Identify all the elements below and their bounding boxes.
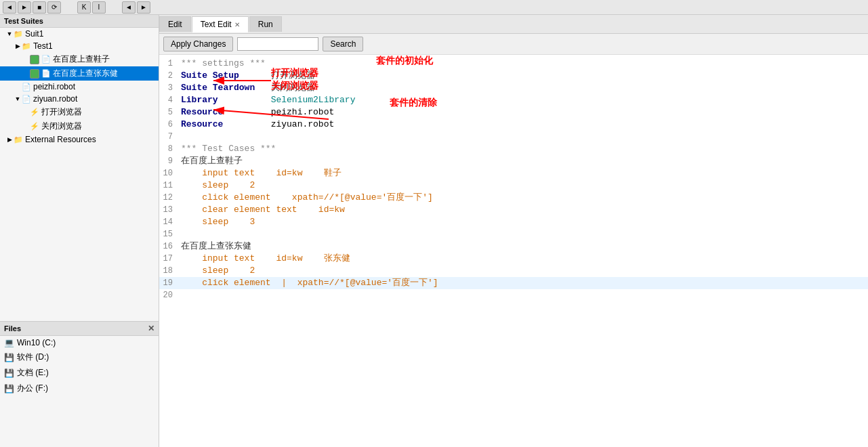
tree-item-test1[interactable]: ▶ 📁 Test1 xyxy=(0,40,159,52)
code-line-6: 6 Resource ziyuan.robot xyxy=(159,119,868,131)
line-content-8: *** Test Cases *** xyxy=(178,143,868,155)
line-num-14: 14 xyxy=(159,216,178,228)
right-panel: Edit Text Edit ✕ Run Apply Changes Searc… xyxy=(159,15,868,447)
line-content-9: 在百度上查鞋子 xyxy=(178,155,868,167)
line-content-16: 在百度上查张东健 xyxy=(178,240,868,253)
line-num-20: 20 xyxy=(159,289,178,301)
tree-label-close-browser: 关闭浏览器 xyxy=(41,121,82,132)
toolbar-btn-2[interactable]: ► xyxy=(18,1,31,14)
drive-icon-e: 💾 xyxy=(4,368,14,378)
file-icon: ⚡ xyxy=(30,108,39,116)
line-num-17: 17 xyxy=(159,253,178,265)
line-num-19: 19 xyxy=(159,277,178,289)
code-line-8: 8 *** Test Cases *** xyxy=(159,143,868,155)
file-item-d[interactable]: 💾 软件 (D:) xyxy=(0,349,159,365)
tree-item-baidu2[interactable]: 📄 在百度上查张东健 xyxy=(0,66,159,81)
file-item-c[interactable]: 💻 Win10 (C:) xyxy=(0,336,159,349)
line-num-2: 2 xyxy=(159,70,178,82)
line-content-10: input text id=kw 鞋子 xyxy=(178,167,868,179)
line-num-12: 12 xyxy=(159,192,178,204)
tree-label-test1: Test1 xyxy=(33,41,53,51)
toolbar-btn-1[interactable]: ◄ xyxy=(3,1,16,14)
line-num-3: 3 xyxy=(159,82,178,94)
code-line-19: 19 click element | xpath=//*[@value='百度一… xyxy=(159,277,868,289)
expand-arrow: ▼ xyxy=(5,30,14,37)
code-line-14: 14 sleep 3 xyxy=(159,216,868,228)
tree-label-baidu2: 在百度上查张东健 xyxy=(53,68,118,79)
code-line-11: 11 sleep 2 xyxy=(159,179,868,192)
tab-text-edit-label: Text Edit xyxy=(201,20,232,29)
drive-label-e: 文档 (E:) xyxy=(17,367,49,379)
tab-text-edit[interactable]: Text Edit ✕ xyxy=(192,16,249,33)
line-num-4: 4 xyxy=(159,94,178,106)
line-content-19: click element | xpath=//*[@value='百度一下'] xyxy=(178,277,868,289)
line-num-15: 15 xyxy=(159,228,178,240)
code-line-4: 4 Library Selenium2Library xyxy=(159,94,868,106)
file-icon: 📄 xyxy=(22,83,31,91)
files-close-button[interactable]: ✕ xyxy=(148,324,154,333)
tree-label-external-resources: External Resources xyxy=(25,135,96,144)
tab-bar: Edit Text Edit ✕ Run xyxy=(159,15,868,34)
line-content-3: Suite Teardown 关闭浏览器 xyxy=(178,82,868,94)
code-line-3: 3 Suite Teardown 关闭浏览器 xyxy=(159,82,868,94)
tree-item-suit1[interactable]: ▼ 📁 Suit1 xyxy=(0,28,159,40)
toolbar-btn-8[interactable]: ► xyxy=(137,1,150,14)
folder-icon: 📁 xyxy=(14,135,23,144)
apply-changes-button[interactable]: Apply Changes xyxy=(163,37,233,51)
file-icon: 📄 xyxy=(41,69,51,78)
editor-toolbar: Apply Changes Search xyxy=(159,34,868,55)
toolbar-btn-6[interactable]: I xyxy=(92,1,106,14)
line-num-18: 18 xyxy=(159,265,178,277)
toolbar-btn-4[interactable]: ⟳ xyxy=(47,1,61,14)
toolbar-btn-5[interactable]: K xyxy=(77,1,91,14)
code-line-17: 17 input text id=kw 张东健 xyxy=(159,253,868,265)
checkbox-baidu1[interactable] xyxy=(30,55,39,64)
line-content-6: Resource ziyuan.robot xyxy=(178,119,868,131)
line-content-5: Resource peizhi.robot xyxy=(178,106,868,119)
checkbox-baidu2[interactable] xyxy=(30,69,39,79)
code-line-1: 1 *** settings *** xyxy=(159,58,868,70)
tree-item-external-resources[interactable]: ▶ 📁 External Resources xyxy=(0,133,159,146)
tree-label-suit1: Suit1 xyxy=(25,29,43,39)
tab-run[interactable]: Run xyxy=(249,16,282,32)
line-content-17: input text id=kw 张东健 xyxy=(178,253,868,265)
drive-label-f: 办公 (F:) xyxy=(17,383,48,394)
expand-arrow: ▶ xyxy=(5,136,14,143)
test-suites-header: Test Suites xyxy=(0,15,159,28)
tree-item-peizhi[interactable]: 📄 peizhi.robot xyxy=(0,81,159,93)
tree-label-open-browser: 打开浏览器 xyxy=(41,106,82,118)
drive-label-c: Win10 (C:) xyxy=(17,338,56,347)
line-content-2: Suite Setup 打开浏览器 xyxy=(178,70,868,82)
tab-text-edit-close[interactable]: ✕ xyxy=(234,21,240,28)
line-content-12: click element xpath=//*[@value='百度一下'] xyxy=(178,192,868,204)
search-button[interactable]: Search xyxy=(323,37,363,51)
line-num-10: 10 xyxy=(159,167,178,179)
tree-item-baidu1[interactable]: 📄 在百度上查鞋子 xyxy=(0,52,159,66)
file-item-f[interactable]: 💾 办公 (F:) xyxy=(0,381,159,396)
tree-item-close-browser[interactable]: ⚡ 关闭浏览器 xyxy=(0,119,159,133)
tab-edit[interactable]: Edit xyxy=(159,16,191,32)
file-icon: ⚡ xyxy=(30,122,39,131)
file-item-e[interactable]: 💾 文档 (E:) xyxy=(0,365,159,381)
toolbar-btn-7[interactable]: ◄ xyxy=(122,1,136,14)
tree-item-ziyuan[interactable]: ▼ 📄 ziyuan.robot xyxy=(0,93,159,105)
tree-label-ziyuan: ziyuan.robot xyxy=(33,94,77,104)
code-line-13: 13 clear element text id=kw xyxy=(159,204,868,216)
folder-icon: 📁 xyxy=(14,30,23,39)
line-content-18: sleep 2 xyxy=(178,265,868,277)
code-line-20: 20 xyxy=(159,289,868,301)
line-content-1: *** settings *** xyxy=(178,58,868,70)
tree-item-open-browser[interactable]: ⚡ 打开浏览器 xyxy=(0,105,159,119)
line-content-14: sleep 3 xyxy=(178,216,868,228)
code-editor[interactable]: 1 *** settings *** 2 Suite Setup 打开浏览器 3… xyxy=(159,55,868,447)
files-header-label: Files xyxy=(4,324,21,333)
search-input[interactable] xyxy=(237,37,318,51)
toolbar-btn-3[interactable]: ■ xyxy=(33,1,46,14)
line-num-9: 9 xyxy=(159,155,178,167)
code-line-7: 7 xyxy=(159,131,868,143)
code-line-15: 15 xyxy=(159,228,868,240)
file-icon: 📄 xyxy=(22,95,31,104)
code-line-10: 10 input text id=kw 鞋子 xyxy=(159,167,868,179)
code-line-18: 18 sleep 2 xyxy=(159,265,868,277)
files-panel-header: Files ✕ xyxy=(0,322,159,336)
